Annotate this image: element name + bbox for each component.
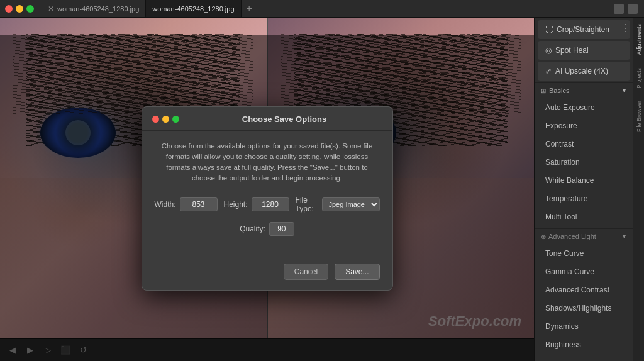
quality-input[interactable]: [269, 222, 294, 236]
width-field-group: Width:: [155, 197, 218, 211]
tab-1[interactable]: ✕ woman-4605248_1280.jpg: [42, 0, 146, 17]
tab-bar: ✕ woman-4605248_1280.jpg woman-4605248_1…: [42, 0, 257, 17]
basics-chevron-icon: ▼: [621, 87, 627, 94]
crop-straighten-btn[interactable]: ⛶ Crop/Straighten: [538, 20, 630, 39]
image-area: SoftExpo.com ◀ ▶ ▷ ⬛ ↺ Choose Save Optio…: [0, 18, 534, 361]
tone-curve-item[interactable]: Tone Curve: [538, 245, 630, 262]
advanced-light-chevron-icon: ▼: [621, 233, 627, 240]
sidebar-edge-tabs: Adjustments Projects File Browser: [633, 18, 644, 361]
ai-upscale-label: AI Upscale (4X): [555, 67, 608, 75]
basics-label: Basics: [549, 87, 569, 94]
ai-upscale-btn[interactable]: ⤢ AI Upscale (4X): [538, 62, 630, 81]
close-button[interactable]: [5, 5, 13, 13]
file-type-group: File Type: Jpeg Image PNG Image TIFF Ima…: [296, 196, 380, 213]
spot-heal-btn[interactable]: ◎ Spot Heal: [538, 41, 630, 60]
sidebar-content: ⛶ Crop/Straighten ◎ Spot Heal ⤢ AI Upsca…: [535, 18, 633, 361]
adjustments-edge-tab[interactable]: Adjustments: [634, 18, 644, 62]
multi-tool-item[interactable]: Multi Tool: [538, 208, 630, 226]
modal-header: Choose Save Options: [142, 107, 392, 131]
quality-row: Quality:: [155, 222, 380, 236]
title-bar: ✕ woman-4605248_1280.jpg woman-4605248_1…: [0, 0, 644, 18]
white-balance-item[interactable]: White Balance: [538, 172, 630, 189]
temperature-item[interactable]: Temperature: [538, 190, 630, 208]
shadows-highlights-item[interactable]: Shadows/Highlights: [538, 299, 630, 317]
quality-label: Quality:: [240, 225, 265, 233]
brightness-item[interactable]: Brightness: [538, 336, 630, 353]
cancel-button[interactable]: Cancel: [284, 264, 328, 280]
main-layout: SoftExpo.com ◀ ▶ ▷ ⬛ ↺ Choose Save Optio…: [0, 18, 644, 361]
tab-1-label: woman-4605248_1280.jpg: [57, 5, 139, 13]
tab-2-label: woman-4605248_1280.jpg: [152, 5, 234, 13]
sidebar-menu-button[interactable]: ⋮: [620, 19, 630, 36]
crop-icon: ⛶: [545, 25, 553, 34]
modal-description: Choose from the available options for yo…: [155, 141, 380, 184]
maximize-button[interactable]: [26, 5, 34, 13]
modal-minimize-button[interactable]: [162, 116, 169, 123]
view-toggle-btn[interactable]: [614, 4, 624, 14]
basics-section-header: ⊞ Basics ▼: [535, 82, 633, 98]
gamma-curve-item[interactable]: Gamma Curve: [538, 263, 630, 280]
advanced-light-icon: ⊕: [541, 233, 546, 240]
contrast-item[interactable]: Contrast: [538, 135, 630, 153]
file-type-label: File Type:: [296, 196, 318, 213]
traffic-lights: [5, 5, 34, 13]
basics-icon: ⊞: [541, 87, 546, 94]
width-input[interactable]: [180, 197, 218, 211]
crop-label: Crop/Straighten: [557, 25, 609, 34]
file-type-select[interactable]: Jpeg Image PNG Image TIFF Image: [322, 197, 380, 211]
auto-exposure-item[interactable]: Auto Exposure: [538, 99, 630, 116]
modal-footer: Cancel Save...: [142, 257, 392, 290]
save-button[interactable]: Save...: [335, 264, 379, 280]
height-input[interactable]: [252, 197, 289, 211]
advanced-light-label: Advanced Light: [548, 233, 596, 240]
saturation-item[interactable]: Saturation: [538, 153, 630, 171]
projects-edge-tab[interactable]: Projects: [634, 62, 644, 95]
advanced-light-header: ⊕ Advanced Light ▼: [535, 228, 633, 244]
advanced-contrast-item[interactable]: Advanced Contrast: [538, 281, 630, 299]
right-sidebar: ⛶ Crop/Straighten ◎ Spot Heal ⤢ AI Upsca…: [534, 18, 644, 361]
save-options-modal: Choose Save Options Choose from the avai…: [142, 106, 393, 291]
ai-upscale-icon: ⤢: [545, 67, 552, 75]
pause-btn[interactable]: [628, 4, 638, 14]
modal-close-button[interactable]: [152, 116, 159, 123]
dynamics-item[interactable]: Dynamics: [538, 318, 630, 335]
modal-traffic-lights: [152, 116, 179, 123]
add-tab-button[interactable]: +: [242, 3, 257, 14]
modal-fields: Width: Height: File Type: Jpeg Image PNG…: [155, 196, 380, 213]
file-browser-edge-tab[interactable]: File Browser: [634, 94, 644, 138]
title-bar-controls: [614, 4, 638, 14]
height-field-group: Height:: [224, 197, 289, 211]
tab-2[interactable]: woman-4605248_1280.jpg: [146, 0, 241, 17]
spot-heal-label: Spot Heal: [555, 46, 589, 55]
exposure-item[interactable]: Exposure: [538, 117, 630, 135]
modal-maximize-button[interactable]: [172, 116, 179, 123]
tab-close-icon[interactable]: ✕: [48, 4, 54, 13]
modal-body: Choose from the available options for yo…: [142, 131, 392, 257]
width-label: Width:: [155, 200, 176, 209]
minimize-button[interactable]: [16, 5, 23, 13]
modal-title: Choose Save Options: [187, 114, 382, 124]
spot-heal-icon: ◎: [545, 46, 552, 55]
height-label: Height:: [224, 200, 248, 209]
modal-overlay: Choose Save Options Choose from the avai…: [0, 35, 534, 361]
